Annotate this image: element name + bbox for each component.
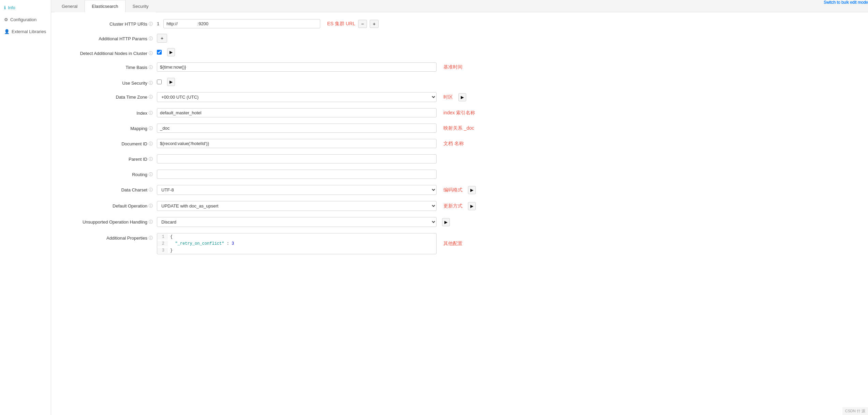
data-charset-controls: UTF-8 UTF-16 ISO-8859-1 编码格式 ▶ — [157, 185, 858, 195]
index-controls: index 索引名称 — [157, 108, 858, 117]
use-security-row: Use Security ⓘ ▶ — [61, 78, 858, 86]
time-basis-annotation: 基准时间 — [443, 64, 462, 70]
index-input[interactable] — [157, 108, 437, 117]
additional-properties-controls: 1 { 2 "_retry_on_conflict" : 3 3 } 其他配置 — [157, 233, 858, 254]
time-basis-controls: 基准时间 — [157, 62, 858, 72]
library-icon: 👤 — [4, 29, 10, 34]
sidebar-item-configuration-label: Configuration — [10, 17, 36, 22]
use-security-checkbox[interactable] — [157, 80, 162, 84]
tab-elasticsearch[interactable]: Elasticsearch — [85, 0, 125, 12]
tab-security[interactable]: Security — [126, 0, 156, 12]
detect-nodes-label: Detect Additional Nodes in Cluster ⓘ — [61, 48, 157, 56]
cluster-http-uris-plus-button[interactable]: + — [370, 20, 379, 28]
data-charset-arrow-button[interactable]: ▶ — [468, 186, 476, 194]
data-charset-select[interactable]: UTF-8 UTF-16 ISO-8859-1 — [157, 185, 437, 195]
routing-controls — [157, 170, 858, 179]
unsupported-operation-handling-arrow-button[interactable]: ▶ — [442, 218, 450, 226]
content-area: Cluster HTTP URIs ⓘ 1 ES 集群 URL − + Swit… — [51, 12, 868, 415]
index-help-icon[interactable]: ⓘ — [149, 110, 153, 116]
routing-help-icon[interactable]: ⓘ — [149, 172, 153, 177]
document-id-annotation: 文档 名称 — [443, 141, 464, 147]
use-security-controls: ▶ — [157, 78, 858, 86]
unsupported-operation-handling-row: Unsupported Operation Handling ⓘ Discard… — [61, 217, 858, 227]
additional-properties-annotation: 其他配置 — [443, 241, 462, 247]
data-time-zone-row: Data Time Zone ⓘ +00:00 UTC (UTC) +08:00… — [61, 92, 858, 102]
unsupported-operation-handling-select[interactable]: Discard Send to Error Use Default Operat… — [157, 217, 437, 227]
cluster-http-uris-help-icon[interactable]: ⓘ — [149, 21, 153, 27]
sidebar-item-external-libraries[interactable]: 👤 External Libraries — [0, 26, 51, 38]
unsupported-operation-handling-help-icon[interactable]: ⓘ — [149, 219, 153, 225]
default-operation-annotation: 更新方式 — [443, 203, 462, 209]
data-time-zone-help-icon[interactable]: ⓘ — [149, 94, 153, 100]
additional-properties-code-editor[interactable]: 1 { 2 "_retry_on_conflict" : 3 3 } — [157, 233, 437, 254]
routing-label: Routing ⓘ — [61, 170, 157, 177]
default-operation-arrow-button[interactable]: ▶ — [468, 202, 476, 210]
detect-nodes-checkbox[interactable] — [157, 50, 162, 55]
sidebar-item-info[interactable]: ℹ Info — [0, 2, 51, 14]
unsupported-operation-handling-label: Unsupported Operation Handling ⓘ — [61, 217, 157, 225]
additional-http-params-add-button[interactable]: + — [157, 34, 167, 43]
mapping-controls: 映射关系 _doc — [157, 124, 858, 133]
detect-nodes-arrow-button[interactable]: ▶ — [167, 48, 175, 56]
time-basis-row: Time Basis ⓘ 基准时间 — [61, 62, 858, 72]
data-charset-help-icon[interactable]: ⓘ — [149, 187, 153, 193]
detect-nodes-help-icon[interactable]: ⓘ — [149, 51, 153, 56]
unsupported-operation-handling-controls: Discard Send to Error Use Default Operat… — [157, 217, 858, 227]
parent-id-input[interactable] — [157, 154, 437, 163]
mapping-label: Mapping ⓘ — [61, 124, 157, 131]
document-id-help-icon[interactable]: ⓘ — [149, 141, 153, 147]
additional-http-params-row: Additional HTTP Params ⓘ + — [61, 34, 858, 43]
data-time-zone-arrow-button[interactable]: ▶ — [458, 93, 466, 101]
line-number-1: 1 — [157, 234, 167, 240]
code-line-3: 3 } — [157, 247, 436, 254]
cluster-http-uris-count: 1 — [157, 21, 159, 26]
routing-row: Routing ⓘ — [61, 170, 858, 179]
cluster-http-uris-input[interactable] — [163, 19, 320, 28]
additional-properties-row: Additional Properties ⓘ 1 { 2 "_retry_on… — [61, 233, 858, 254]
tab-bar: General Elasticsearch Security — [51, 0, 868, 12]
routing-input[interactable] — [157, 170, 437, 179]
time-basis-help-icon[interactable]: ⓘ — [149, 65, 153, 70]
document-id-input[interactable] — [157, 139, 437, 148]
line-number-2: 2 — [157, 241, 167, 246]
index-annotation: index 索引名称 — [443, 110, 475, 116]
document-id-row: Document ID ⓘ 文档 名称 — [61, 139, 858, 148]
additional-http-params-controls: + — [157, 34, 858, 43]
tab-general[interactable]: General — [55, 0, 85, 12]
parent-id-help-icon[interactable]: ⓘ — [149, 156, 153, 162]
data-time-zone-controls: +00:00 UTC (UTC) +08:00 CST (Asia/Shangh… — [157, 92, 858, 102]
detect-nodes-controls: ▶ — [157, 48, 858, 56]
additional-properties-help-icon[interactable]: ⓘ — [149, 235, 153, 241]
cluster-http-uris-row: Cluster HTTP URIs ⓘ 1 ES 集群 URL − + — [61, 19, 858, 28]
use-security-help-icon[interactable]: ⓘ — [149, 80, 153, 86]
sidebar: ℹ Info ⚙ Configuration 👤 External Librar… — [0, 0, 51, 415]
info-icon: ℹ — [4, 5, 6, 10]
default-operation-help-icon[interactable]: ⓘ — [149, 203, 153, 209]
use-security-arrow-button[interactable]: ▶ — [167, 78, 175, 86]
sidebar-item-configuration[interactable]: ⚙ Configuration — [0, 14, 51, 26]
default-operation-select[interactable]: UPDATE with doc_as_upsert INDEX CREATE D… — [157, 201, 437, 211]
additional-http-params-label: Additional HTTP Params ⓘ — [61, 34, 157, 42]
time-basis-input[interactable] — [157, 62, 437, 72]
document-id-controls: 文档 名称 — [157, 139, 858, 148]
additional-http-params-help-icon[interactable]: ⓘ — [149, 36, 153, 42]
default-operation-label: Default Operation ⓘ — [61, 201, 157, 209]
gear-icon: ⚙ — [4, 17, 8, 22]
parent-id-label: Parent ID ⓘ — [61, 154, 157, 162]
default-operation-row: Default Operation ⓘ UPDATE with doc_as_u… — [61, 201, 858, 211]
parent-id-controls — [157, 154, 858, 163]
code-line-1: 1 { — [157, 233, 436, 240]
mapping-input[interactable] — [157, 124, 437, 133]
main-area: General Elasticsearch Security Cluster H… — [51, 0, 868, 415]
cluster-http-uris-annotation: ES 集群 URL — [327, 21, 355, 27]
cluster-http-uris-minus-button[interactable]: − — [358, 20, 367, 28]
mapping-help-icon[interactable]: ⓘ — [149, 126, 153, 131]
parent-id-row: Parent ID ⓘ — [61, 154, 858, 163]
data-time-zone-annotation: 时区 — [443, 94, 453, 100]
data-time-zone-select[interactable]: +00:00 UTC (UTC) +08:00 CST (Asia/Shangh… — [157, 92, 437, 102]
use-security-label: Use Security ⓘ — [61, 78, 157, 86]
footer-bar: CSDN 什 源 — [842, 407, 868, 415]
additional-properties-label: Additional Properties ⓘ — [61, 233, 157, 241]
detect-nodes-row: Detect Additional Nodes in Cluster ⓘ ▶ — [61, 48, 858, 56]
cluster-http-uris-controls: 1 ES 集群 URL − + — [157, 19, 858, 28]
